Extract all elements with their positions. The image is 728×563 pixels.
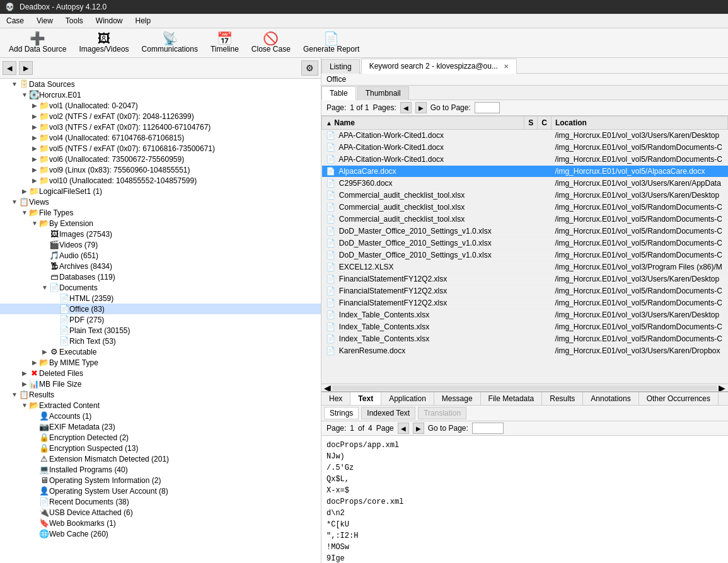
tree-plain-text[interactable]: 📄 Plain Text (30155)	[0, 325, 321, 336]
tab-text[interactable]: Text	[350, 392, 381, 405]
tree-exif[interactable]: 📷 EXIF Metadata (23)	[0, 421, 321, 432]
toggle-documents[interactable]: ▼	[40, 284, 49, 291]
toggle-vol2[interactable]: ▶	[30, 113, 39, 120]
table-row[interactable]: 📄 KarenResume.docx /img_Horcrux.E01/vol_…	[322, 345, 728, 357]
strings-prev-button[interactable]: ◀	[398, 423, 409, 434]
images-videos-button[interactable]: 🖼 Images/Videos	[75, 31, 132, 55]
tree-encryption-suspected[interactable]: 🔒 Encryption Suspected (13)	[0, 443, 321, 453]
generate-report-button[interactable]: 📄 Generate Report	[299, 31, 363, 55]
close-case-button[interactable]: 🚫 Close Case	[248, 31, 294, 55]
tab-message[interactable]: Message	[434, 392, 481, 405]
table-row[interactable]: 📄 Commercial_audit_checklist_tool.xlsx /…	[322, 202, 728, 213]
settings-button[interactable]: ⚙	[301, 60, 318, 76]
tree-vol5[interactable]: ▶ 📁 vol5 (NTFS / exFAT (0x07): 67106816-…	[0, 143, 321, 154]
table-row[interactable]: 📄 APA-Citation-Work-Cited1.docx /img_Hor…	[322, 154, 728, 166]
tab-file-metadata[interactable]: File Metadata	[481, 392, 543, 405]
tree-data-sources[interactable]: ▼ 🗄 Data Sources	[0, 79, 321, 89]
tree-deleted-files[interactable]: ▶ ✖ Deleted Files	[0, 368, 321, 378]
add-data-source-button[interactable]: ➕ Add Data Source	[5, 31, 70, 55]
tree-databases[interactable]: 🗃 Databases (119)	[0, 271, 321, 282]
page-next-button[interactable]: ▶	[415, 102, 427, 113]
tree-vol10[interactable]: ▶ 📁 vol10 (Unallocated: 104855552-104857…	[0, 175, 321, 186]
tree-web-bookmarks[interactable]: 🔖 Web Bookmarks (1)	[0, 518, 321, 528]
tree-executable[interactable]: ▶ ⚙ Executable	[0, 346, 321, 357]
table-row[interactable]: 📄 C295F360.docx /img_Horcrux.E01/vol_vol…	[322, 178, 728, 190]
tab-thumbnail[interactable]: Thumbnail	[357, 86, 409, 100]
tree-documents[interactable]: ▼ 📄 Documents	[0, 282, 321, 293]
col-location-header[interactable]: Location	[551, 117, 727, 130]
tree-horcrux[interactable]: ▼ 💽 Horcrux.E01	[0, 89, 321, 100]
tree-usb[interactable]: 🔌 USB Device Attached (6)	[0, 507, 321, 518]
table-row[interactable]: 📄 DoD_Master_Office_2010_Settings_v1.0.x…	[322, 225, 728, 237]
strings-tab-indexed-text[interactable]: Indexed Text	[361, 407, 415, 419]
scroll-right-button[interactable]: ▶	[719, 383, 725, 392]
tree-encryption-detected[interactable]: 🔒 Encryption Detected (2)	[0, 432, 321, 443]
tree-views[interactable]: ▼ 📋 Views	[0, 196, 321, 207]
toggle-vol5[interactable]: ▶	[30, 145, 39, 152]
toggle-data-sources[interactable]: ▼	[10, 81, 19, 88]
menu-tools[interactable]: Tools	[63, 15, 86, 26]
tree-vol2[interactable]: ▶ 📁 vol2 (NTFS / exFAT (0x07): 2048-1126…	[0, 111, 321, 122]
nav-back-button[interactable]: ◀	[3, 61, 16, 75]
table-row[interactable]: 📄 Index_Table_Contents.xlsx /img_Horcrux…	[322, 333, 728, 345]
toggle-file-types[interactable]: ▼	[20, 209, 29, 216]
table-row[interactable]: 📄 DoD_Master_Office_2010_Settings_v1.0.x…	[322, 249, 728, 261]
table-row[interactable]: 📄 APA-Citation-Work-Cited1.docx /img_Hor…	[322, 130, 728, 142]
toggle-executable[interactable]: ▶	[40, 348, 49, 355]
tree-videos[interactable]: 🎬 Videos (79)	[0, 239, 321, 250]
table-row[interactable]: 📄 EXCEL12.XLSX /img_Horcrux.E01/vol_vol3…	[322, 261, 728, 273]
table-row[interactable]: 📄 APA-Citation-Work-Cited1.docx /img_Hor…	[322, 142, 728, 154]
tab-application[interactable]: Application	[381, 392, 434, 405]
menu-case[interactable]: Case	[4, 15, 26, 26]
toggle-vol1[interactable]: ▶	[30, 102, 39, 109]
toggle-results[interactable]: ▼	[10, 391, 19, 398]
go-to-page-input[interactable]	[475, 102, 500, 113]
tab-listing[interactable]: Listing	[321, 59, 360, 74]
toggle-vol3[interactable]: ▶	[30, 123, 39, 130]
table-row[interactable]: 📄 Commercial_audit_checklist_tool.xlsx /…	[322, 190, 728, 202]
toggle-vol10[interactable]: ▶	[30, 177, 39, 184]
menu-view[interactable]: View	[34, 15, 55, 26]
tree-vol6[interactable]: ▶ 📁 vol6 (Unallocated: 73500672-75560959…	[0, 154, 321, 164]
table-row[interactable]: 📄 AlpacaCare.docx /img_Horcrux.E01/vol_v…	[322, 166, 728, 178]
menu-window[interactable]: Window	[93, 15, 125, 26]
strings-go-to-input[interactable]	[472, 423, 504, 434]
toggle-views[interactable]: ▼	[10, 198, 19, 205]
toggle-logical[interactable]: ▶	[20, 188, 29, 195]
strings-tab-strings[interactable]: Strings	[324, 407, 359, 419]
tree-web-cache[interactable]: 🌐 Web Cache (260)	[0, 528, 321, 539]
tree-os-info[interactable]: 🖥 Operating System Information (2)	[0, 475, 321, 486]
file-table-wrapper[interactable]: ▲ Name S C Location 📄 APA-Citation-Work-…	[321, 116, 728, 384]
tree-rich-text[interactable]: 📄 Rich Text (53)	[0, 336, 321, 346]
table-row[interactable]: 📄 Commercial_audit_checklist_tool.xlsx /…	[322, 213, 728, 225]
table-row[interactable]: 📄 Index_Table_Contents.xlsx /img_Horcrux…	[322, 309, 728, 321]
toggle-deleted[interactable]: ▶	[20, 370, 29, 377]
col-c-header[interactable]: C	[538, 117, 552, 130]
tab-table[interactable]: Table	[321, 86, 356, 100]
toggle-vol6[interactable]: ▶	[30, 156, 39, 162]
tab-annotations[interactable]: Annotations	[583, 392, 638, 405]
tree-logical-fileset[interactable]: ▶ 📁 LogicalFileSet1 (1)	[0, 186, 321, 196]
toggle-by-ext[interactable]: ▼	[30, 220, 39, 227]
table-row[interactable]: 📄 FinancialStatementFY12Q2.xlsx /img_Hor…	[322, 285, 728, 297]
tree-file-types[interactable]: ▼ 📂 File Types	[0, 207, 321, 218]
tree-vol9[interactable]: ▶ 📁 vol9 (Linux (0x83): 75560960-1048555…	[0, 164, 321, 175]
tree-by-mime[interactable]: ▶ 📂 By MIME Type	[0, 357, 321, 368]
tree-office[interactable]: 📄 Office (83)	[0, 304, 321, 314]
page-prev-button[interactable]: ◀	[400, 102, 412, 113]
tree-pdf[interactable]: 📄 PDF (275)	[0, 314, 321, 325]
tree-html[interactable]: 📄 HTML (2359)	[0, 293, 321, 304]
tree-recent-docs[interactable]: 📄 Recent Documents (38)	[0, 496, 321, 507]
tree-vol3[interactable]: ▶ 📁 vol3 (NTFS / exFAT (0x07): 1126400-6…	[0, 122, 321, 132]
tab-hex[interactable]: Hex	[321, 392, 350, 405]
toggle-mb[interactable]: ▶	[20, 380, 29, 387]
toggle-by-mime[interactable]: ▶	[30, 359, 39, 366]
strings-next-button[interactable]: ▶	[413, 423, 424, 434]
col-s-header[interactable]: S	[524, 117, 538, 130]
table-row[interactable]: 📄 DoD_Master_Office_2010_Settings_v1.0.x…	[322, 237, 728, 249]
tree-extracted-content[interactable]: ▼ 📂 Extracted Content	[0, 400, 321, 411]
toggle-extracted[interactable]: ▼	[20, 402, 29, 409]
tree-archives[interactable]: 🗜 Archives (8434)	[0, 261, 321, 271]
tree-vol1[interactable]: ▶ 📁 vol1 (Unallocated: 0-2047)	[0, 100, 321, 111]
tree-by-extension[interactable]: ▼ 📂 By Extension	[0, 218, 321, 229]
